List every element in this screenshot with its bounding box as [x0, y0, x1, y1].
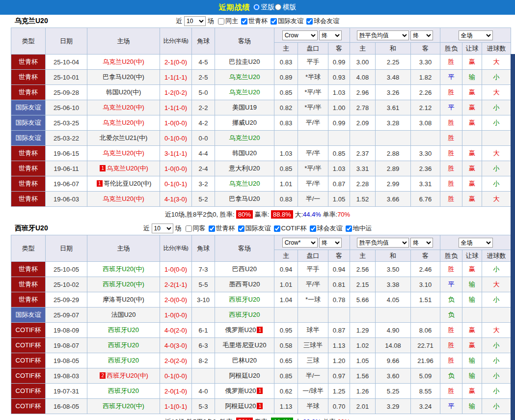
away-team-link[interactable]: 乌克兰U20	[229, 134, 260, 141]
competition-type: 国际友谊	[11, 131, 46, 146]
home-team-link[interactable]: 法国U20	[111, 311, 136, 318]
filter-checkbox[interactable]	[306, 18, 313, 25]
asian-handicap	[298, 308, 328, 323]
filter-option[interactable]: 球会友谊	[306, 17, 339, 26]
home-team-link[interactable]: 西班牙U20(中)	[103, 402, 144, 410]
away-team-link[interactable]: 乌克兰U20	[229, 180, 260, 187]
result-handicap: 赢	[462, 85, 482, 100]
away-team-link[interactable]: 巴拿马U20	[229, 195, 260, 202]
away-team-link[interactable]: 乌克兰U20	[229, 73, 260, 81]
filter-label: 球会友谊	[314, 17, 339, 26]
filter-checkbox[interactable]	[238, 225, 244, 232]
col-asian-away: 客	[328, 250, 350, 262]
filter-checkbox[interactable]	[218, 18, 224, 25]
home-team-link[interactable]: 韩国U20(中)	[106, 88, 141, 96]
home-team-link[interactable]: 乌克兰U20(中)	[103, 58, 144, 65]
view-radio[interactable]	[275, 4, 281, 10]
summary-part: 近10场,胜5平2负3, 胜率:	[165, 418, 236, 420]
filter-option[interactable]: 国际友谊	[271, 17, 303, 26]
filter-option[interactable]: 地中运	[346, 224, 372, 233]
home-team-link[interactable]: 乌克兰U20(中)	[103, 195, 144, 202]
avg-draw-odds: 5.25	[376, 384, 411, 399]
filter-checkbox[interactable]	[346, 225, 352, 232]
filter-checkbox[interactable]	[241, 18, 247, 25]
asian-away-odds: 1.20	[328, 353, 350, 368]
away-team-link[interactable]: 俄罗斯U20	[225, 326, 256, 334]
filter-checkbox[interactable]	[209, 225, 215, 232]
away-team-link[interactable]: 毛里塔尼亚U20	[223, 341, 267, 349]
away-team-cell: 巴西U20	[215, 262, 274, 277]
europe-odds-select[interactable]: 胜平负均值	[357, 238, 409, 248]
scope-select[interactable]: 全场	[459, 238, 493, 248]
filter-option[interactable]: 球会友谊	[310, 224, 343, 233]
filter-option[interactable]: COTIF杯	[274, 224, 307, 233]
away-team-link[interactable]: 俄罗斯U20	[225, 387, 256, 394]
match-date: 19-07-31	[46, 384, 87, 399]
home-team-link[interactable]: 西班牙U20	[108, 387, 139, 394]
avg-away-odds: 2.46	[411, 262, 440, 277]
asian-home-odds: 0.85	[274, 85, 298, 100]
filter-option[interactable]: 世青杯	[241, 17, 268, 26]
filter-label: 国际友谊	[245, 224, 271, 233]
away-team-link[interactable]: 巴拉圭U20	[229, 58, 260, 65]
filter-option[interactable]: 同客	[186, 224, 206, 233]
away-team-link[interactable]: 阿根廷U20	[225, 402, 256, 410]
match-count-select[interactable]: 10	[184, 16, 206, 26]
red-card-badge: 2	[100, 372, 106, 379]
away-team-link[interactable]: 挪威U20	[232, 119, 257, 126]
filter-option[interactable]: 国际友谊	[238, 224, 271, 233]
home-team-link[interactable]: 西班牙U20(中)	[103, 280, 144, 288]
away-team-link[interactable]: 意大利U20	[229, 165, 260, 172]
away-team-link[interactable]: 西班牙U20	[229, 311, 260, 318]
home-team-link[interactable]: 摩洛哥U20(中)	[103, 296, 144, 303]
home-team-link[interactable]: 哥伦比亚U20(中)	[104, 180, 152, 187]
bookmaker-select[interactable]: Crow	[282, 30, 318, 40]
odds-stage-select[interactable]: 终	[319, 238, 342, 248]
summary-part: 44.4%	[271, 418, 293, 420]
home-team-link[interactable]: 乌克兰U20(中)	[103, 149, 144, 157]
competition-type: 世青杯	[11, 55, 46, 70]
home-team-link[interactable]: 西班牙U20(中)	[107, 372, 148, 379]
view-option-horizontal[interactable]: 横版	[275, 3, 297, 12]
away-team-link[interactable]: 韩国U20	[232, 149, 257, 157]
europe-stage-select[interactable]: 终	[410, 238, 433, 248]
result-handicap: 赢	[462, 55, 482, 70]
home-team-link[interactable]: 西班牙U20	[108, 326, 139, 334]
home-team-link[interactable]: 乌克兰U20(中)	[103, 119, 144, 126]
home-team-link[interactable]: 乌克兰U20(中)	[103, 104, 144, 111]
europe-stage-select[interactable]: 终	[410, 30, 433, 40]
home-team-link[interactable]: 西班牙U20	[108, 341, 139, 349]
home-team-link[interactable]: 西班牙U20(中)	[103, 265, 144, 273]
scope-select[interactable]: 全场	[459, 30, 493, 40]
filter-checkbox[interactable]	[186, 225, 192, 232]
home-team-link[interactable]: 西班牙U20	[108, 357, 139, 364]
asian-home-odds: 0.58	[274, 338, 298, 353]
home-team-link[interactable]: 北爱尔兰U21(中)	[100, 134, 148, 141]
filter-checkbox[interactable]	[271, 18, 277, 25]
result-goals: 小	[482, 399, 511, 414]
filter-option[interactable]: 世青杯	[209, 224, 235, 233]
home-team-link[interactable]: 巴拿马U20(中)	[103, 73, 144, 81]
corner-cell: 2-4	[192, 161, 215, 176]
filter-checkbox[interactable]	[274, 225, 280, 232]
view-radio[interactable]	[253, 4, 260, 10]
bookmaker-select[interactable]: Crow*	[282, 238, 318, 248]
filter-option[interactable]: 同主	[218, 17, 238, 26]
match-count-select[interactable]: 10	[152, 224, 173, 233]
score-cell: 2-0(0-0)	[160, 292, 192, 308]
filter-checkbox[interactable]	[310, 225, 316, 232]
away-team-link[interactable]: 墨西哥U20	[229, 280, 260, 288]
away-team-link[interactable]: 巴西U20	[232, 265, 257, 273]
away-team-link[interactable]: 阿根廷U20	[229, 372, 260, 379]
competition-filters: 同客世青杯国际友谊COTIF杯球会友谊地中运	[186, 224, 372, 233]
odds-stage-select[interactable]: 终	[319, 30, 342, 40]
away-team-link[interactable]: 巴林U20	[232, 357, 257, 364]
away-team-link[interactable]: 西班牙U20	[229, 296, 260, 303]
view-option-vertical[interactable]: 竖版	[253, 3, 275, 12]
competition-type: 世青杯	[11, 262, 46, 277]
europe-odds-select[interactable]: 胜平负均值	[357, 30, 409, 40]
away-team-link[interactable]: 美国U19	[232, 104, 257, 111]
away-team-link[interactable]: 乌克兰U20	[229, 88, 260, 96]
corner-cell: 5-0	[192, 85, 215, 100]
home-team-link[interactable]: 乌克兰U20(中)	[107, 165, 148, 172]
